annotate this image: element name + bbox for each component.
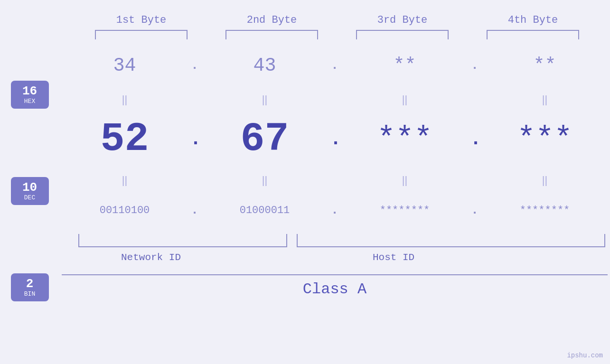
byte4-label: 4th Byte xyxy=(468,14,598,26)
host-id-label: Host ID xyxy=(373,252,414,263)
hex-b2-cell: 43 xyxy=(199,55,330,76)
bin-b3-value: ******** xyxy=(380,205,430,216)
content-grid: 34 . 43 . ** . ** xyxy=(59,42,610,364)
dot-sep-bin1: . xyxy=(190,203,199,217)
eq2-b3: || xyxy=(339,172,470,187)
bracket-top-2 xyxy=(225,30,318,39)
bin-row: 00110100 . 01000011 . ******** . xyxy=(59,189,610,232)
class-row: Class A xyxy=(62,274,608,303)
watermark: ipshu.com xyxy=(567,352,603,359)
dec-row: 52 . 67 . *** . *** xyxy=(59,108,610,170)
dec-b4-value: *** xyxy=(517,121,572,157)
bracket-byte1 xyxy=(76,30,206,39)
bin-label: BIN xyxy=(17,290,43,298)
host-id-bracket xyxy=(297,234,605,247)
eq2-b4: || xyxy=(479,172,610,187)
eq2-b2: || xyxy=(199,172,330,187)
dot-sep-bin2: . xyxy=(330,203,339,217)
dot-sep-d3: . xyxy=(470,129,479,150)
byte1-label: 1st Byte xyxy=(76,14,206,26)
left-labels: 16 HEX 10 DEC 2 BIN xyxy=(0,42,59,364)
network-id-bracket xyxy=(78,234,287,247)
bin-b2-cell: 01000011 xyxy=(199,205,330,216)
bin-b1-value: 00110100 xyxy=(100,205,150,216)
bracket-top-1 xyxy=(95,30,188,39)
dec-b1-cell: 52 xyxy=(59,116,190,162)
eq1-b2: || xyxy=(199,92,330,106)
bin-b4-cell: ******** xyxy=(479,205,610,216)
dec-b2-value: 67 xyxy=(240,116,289,162)
hex-b1-value: 34 xyxy=(113,55,136,76)
eq1-b3: || xyxy=(339,92,470,106)
hex-row: 34 . 43 . ** . ** xyxy=(59,42,610,89)
bottom-brackets-area: Network ID Host ID xyxy=(59,234,610,274)
byte3-label: 3rd Byte xyxy=(337,14,468,26)
class-label: Class A xyxy=(303,280,366,298)
dec-b3-cell: *** xyxy=(339,121,470,157)
bracket-top-4 xyxy=(487,30,579,39)
dot-sep-h3: . xyxy=(470,58,479,73)
bracket-byte4 xyxy=(468,30,598,39)
top-brackets xyxy=(76,30,610,39)
eq1-b1: || xyxy=(59,92,190,106)
dec-b3-value: *** xyxy=(377,121,432,157)
hex-number: 16 xyxy=(17,84,43,98)
dec-label: DEC xyxy=(17,194,43,201)
equals-row-1: || || || || xyxy=(59,89,610,108)
bin-badge: 2 BIN xyxy=(11,273,49,302)
bin-b3-cell: ******** xyxy=(339,205,470,216)
bracket-byte2 xyxy=(206,30,337,39)
hex-b2-value: 43 xyxy=(253,55,276,76)
dot-sep-h2: . xyxy=(330,58,339,73)
dec-b1-value: 52 xyxy=(100,116,149,162)
network-id-label: Network ID xyxy=(121,252,181,263)
bin-b2-value: 01000011 xyxy=(240,205,290,216)
bin-b1-cell: 00110100 xyxy=(59,205,190,216)
dec-number: 10 xyxy=(17,181,43,195)
hex-label: HEX xyxy=(17,98,43,105)
bracket-byte3 xyxy=(337,30,468,39)
dec-badge: 10 DEC xyxy=(11,177,49,205)
byte2-label: 2nd Byte xyxy=(206,14,337,26)
dec-b2-cell: 67 xyxy=(199,116,330,162)
hex-badge: 16 HEX xyxy=(11,81,49,109)
hex-b3-value: ** xyxy=(393,55,416,76)
bin-number: 2 xyxy=(17,277,43,291)
dot-sep-d2: . xyxy=(330,129,339,150)
hex-b4-cell: ** xyxy=(479,55,610,76)
eq1-b4: || xyxy=(479,92,610,106)
dot-sep-h1: . xyxy=(190,58,199,73)
hex-b3-cell: ** xyxy=(339,55,470,76)
dot-sep-bin3: . xyxy=(470,203,479,217)
bracket-top-3 xyxy=(356,30,449,39)
bin-b4-value: ******** xyxy=(520,205,570,216)
header-row: 1st Byte 2nd Byte 3rd Byte 4th Byte xyxy=(76,0,610,26)
main-container: 1st Byte 2nd Byte 3rd Byte 4th Byte 16 H… xyxy=(0,0,610,364)
eq2-b1: || xyxy=(59,172,190,187)
dot-sep-d1: . xyxy=(190,129,199,150)
dec-b4-cell: *** xyxy=(479,121,610,157)
hex-b1-cell: 34 xyxy=(59,55,190,76)
equals-row-2: || || || || xyxy=(59,170,610,189)
hex-b4-value: ** xyxy=(533,55,556,76)
